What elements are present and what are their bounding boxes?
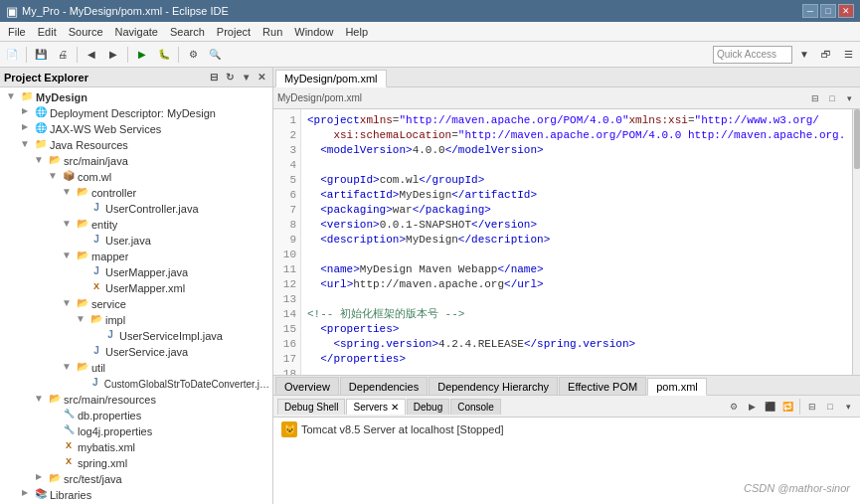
new-button[interactable]: 📄 — [2, 45, 22, 65]
tab-effective-pom[interactable]: Effective POM — [559, 377, 646, 395]
collapse-icon[interactable]: ⊟ — [207, 71, 221, 84]
tree-item-usermapper-xml[interactable]: ▶ X UserMapper.xml — [0, 280, 272, 296]
expand-icon: ▶ — [46, 440, 60, 454]
toolbar-sep-4 — [178, 47, 179, 63]
menu-project[interactable]: Project — [211, 24, 257, 40]
tree-item-java-resources[interactable]: ▼ 📁 Java Resources — [0, 137, 272, 153]
sync-icon[interactable]: ↻ — [223, 71, 237, 84]
tree-item-usercontroller[interactable]: ▶ J UserController.java — [0, 201, 272, 217]
editor-scrollbar[interactable] — [852, 109, 860, 375]
tb-btn-2[interactable]: 🔍 — [205, 45, 225, 65]
editor-icon-2[interactable]: □ — [825, 91, 839, 105]
expand-icon: ▼ — [4, 90, 18, 104]
console-btn-3[interactable]: ⬛ — [762, 399, 777, 415]
tree-item-com-wl[interactable]: ▼ 📦 com.wl — [0, 169, 272, 185]
tree-item-userservice[interactable]: ▶ J UserService.java — [0, 344, 272, 360]
tab-debug-shell[interactable]: Debug Shell — [277, 399, 345, 415]
window-controls[interactable]: ─ □ ✕ — [802, 4, 854, 18]
toolbar-sep-3 — [127, 47, 128, 63]
menu-run[interactable]: Run — [257, 24, 288, 40]
tree-label: service — [91, 298, 126, 310]
close-button[interactable]: ✕ — [838, 4, 854, 18]
print-button[interactable]: 🖨 — [53, 45, 73, 65]
tree-item-deployment[interactable]: ▶ 🌐 Deployment Descriptor: MyDesign — [0, 105, 272, 121]
tree-item-user-java[interactable]: ▶ J User.java — [0, 233, 272, 249]
tree-item-mydesign[interactable]: ▼ 📁 MyDesign — [0, 89, 272, 105]
tree-label: impl — [105, 314, 125, 326]
tree-item-controller[interactable]: ▼ 📂 controller — [0, 185, 272, 201]
tab-console[interactable]: Console — [450, 399, 501, 415]
tree-item-src-main-resources[interactable]: ▼ 📂 src/main/resources — [0, 392, 272, 408]
editor-tab-pom-xml[interactable]: MyDesign/pom.xml — [275, 70, 387, 87]
deployment-icon: 🌐 — [34, 106, 48, 120]
scrollbar-thumb[interactable] — [854, 109, 860, 169]
tree-item-mybatis[interactable]: ▶ X mybatis.xml — [0, 439, 272, 455]
code-editor[interactable]: <project xmlns="http://maven.apache.org/… — [301, 109, 860, 375]
tree-label: UserMapper.xml — [105, 282, 185, 294]
tree-label: MyDesign — [36, 91, 87, 103]
view-menu-btn[interactable]: ☰ — [838, 45, 858, 65]
panel-menu-icon[interactable]: ▾ — [239, 71, 253, 84]
quick-access-btn[interactable]: ▼ — [794, 45, 814, 65]
tree-label: util — [91, 362, 105, 374]
back-button[interactable]: ◀ — [82, 45, 101, 65]
tree-item-userserviceimpl[interactable]: ▶ J UserServiceImpl.java — [0, 328, 272, 344]
menu-search[interactable]: Search — [164, 24, 211, 40]
tree-item-libraries[interactable]: ▶ 📚 Libraries — [0, 487, 272, 503]
folder-icon: 📂 — [76, 361, 89, 375]
menu-navigate[interactable]: Navigate — [109, 24, 164, 40]
minimize-button[interactable]: ─ — [802, 4, 818, 18]
expand-icon: ▼ — [74, 313, 87, 327]
run-button[interactable]: ▶ — [132, 45, 152, 65]
tab-servers[interactable]: Servers ✕ — [346, 399, 405, 415]
menu-window[interactable]: Window — [288, 24, 339, 40]
tree-item-spring-xml[interactable]: ▶ X spring.xml — [0, 455, 272, 471]
debug-button[interactable]: 🐛 — [154, 45, 174, 65]
tree-item-usermapper-java[interactable]: ▶ J UserMapper.java — [0, 264, 272, 280]
tree-item-service[interactable]: ▼ 📂 service — [0, 296, 272, 312]
forward-button[interactable]: ▶ — [103, 45, 123, 65]
console-toolbar: Debug Shell Servers ✕ Debug Console — [273, 396, 860, 418]
tab-dependencies[interactable]: Dependencies — [340, 377, 428, 395]
editor-icon-1[interactable]: ⊟ — [808, 91, 822, 105]
menu-source[interactable]: Source — [63, 24, 109, 40]
tree-item-entity[interactable]: ▼ 📂 entity — [0, 217, 272, 233]
panel-header-icons: ⊟ ↻ ▾ ✕ — [207, 71, 268, 84]
perspective-btn[interactable]: 🗗 — [816, 45, 836, 65]
menu-help[interactable]: Help — [339, 24, 374, 40]
menu-edit[interactable]: Edit — [32, 24, 63, 40]
expand-icon: ▼ — [60, 250, 74, 263]
tab-dependency-hierarchy[interactable]: Dependency Hierarchy — [429, 377, 558, 395]
tab-pom-xml[interactable]: pom.xml — [647, 378, 707, 396]
menu-file[interactable]: File — [2, 24, 32, 40]
tree-item-mapper[interactable]: ▼ 📂 mapper — [0, 249, 272, 264]
expand-icon: ▼ — [32, 393, 46, 407]
tree-item-jax[interactable]: ▶ 🌐 JAX-WS Web Services — [0, 121, 272, 137]
tree-item-src-test[interactable]: ▶ 📂 src/test/java — [0, 471, 272, 487]
console-btn-4[interactable]: 🔁 — [779, 399, 795, 415]
server-item[interactable]: 🐱 Tomcat v8.5 Server at localhost [Stopp… — [277, 420, 856, 439]
console-btn-2[interactable]: ▶ — [744, 399, 760, 415]
tree-item-log4j[interactable]: ▶ 🔧 log4j.properties — [0, 423, 272, 439]
props-icon: 🔧 — [62, 424, 76, 438]
console-btn-1[interactable]: ⚙ — [726, 399, 742, 415]
tab-overview[interactable]: Overview — [275, 377, 339, 395]
console-btn-6[interactable]: □ — [822, 399, 838, 415]
tab-label: Debug Shell — [284, 402, 338, 413]
panel-close-icon[interactable]: ✕ — [255, 71, 268, 84]
tree-label: Libraries — [50, 489, 91, 501]
console-btn-5[interactable]: ⊟ — [804, 399, 820, 415]
tab-label: Dependency Hierarchy — [437, 381, 549, 393]
tb-btn-1[interactable]: ⚙ — [183, 45, 203, 65]
maximize-button[interactable]: □ — [820, 4, 836, 18]
tree-item-customglobal[interactable]: ▶ J CustomGlobalStrToDateConverter.java — [0, 376, 272, 392]
tree-item-src-main-java[interactable]: ▼ 📂 src/main/java — [0, 153, 272, 169]
tree-item-util[interactable]: ▼ 📂 util — [0, 360, 272, 376]
tab-debug[interactable]: Debug — [407, 399, 449, 415]
tree-item-db-properties[interactable]: ▶ 🔧 db.properties — [0, 408, 272, 423]
editor-icon-3[interactable]: ▾ — [842, 91, 856, 105]
tree-item-impl[interactable]: ▼ 📂 impl — [0, 312, 272, 328]
save-button[interactable]: 💾 — [31, 45, 51, 65]
console-btn-7[interactable]: ▾ — [840, 399, 856, 415]
editor-toolbar-icons: ⊟ □ ▾ — [808, 91, 856, 105]
